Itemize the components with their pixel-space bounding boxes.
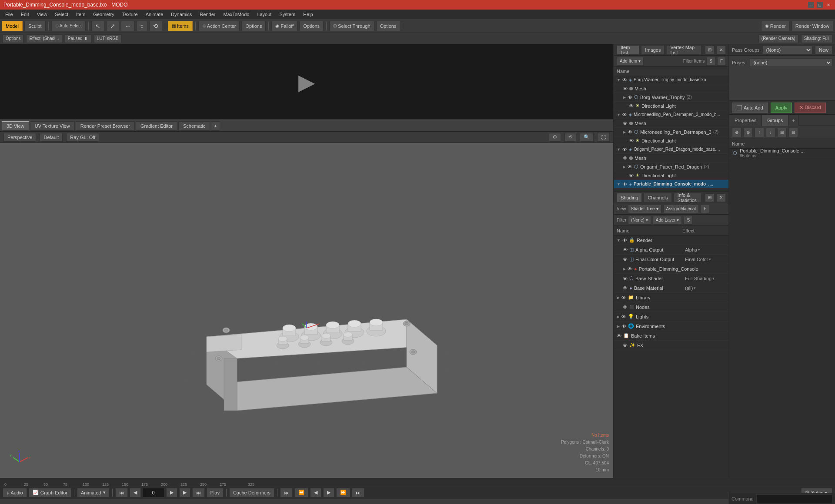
shading-tab[interactable]: Shading [617, 193, 642, 202]
play-button[interactable]: Play [207, 488, 224, 497]
item-borg-light[interactable]: 👁 ☀ Directional Light [614, 102, 728, 110]
transport-btn-5[interactable]: ⏩ [336, 488, 350, 497]
menu-dynamics[interactable]: Dynamics [167, 11, 195, 18]
shader-alpha-row[interactable]: 👁 ◫ Alpha Output Alpha ▾ [614, 245, 728, 255]
shader-lights-row[interactable]: ▶ 👁 💡 Lights [614, 312, 728, 322]
transport-btn-6[interactable]: ⏭ [352, 488, 364, 497]
audio-button[interactable]: ♪ Audio [3, 488, 27, 497]
options-sec-button[interactable]: Options [3, 34, 23, 43]
effect-button[interactable]: Effect: (Shadi... [26, 34, 62, 43]
lut-button[interactable]: LUT: sRGB [94, 34, 122, 43]
item-borg-trophy[interactable]: ▶ 👁 ⬡ Borg-Warner_Trophy (2) [614, 93, 728, 102]
images-tab[interactable]: Images [641, 45, 665, 55]
item-origami-group[interactable]: ▶ 👁 ⬡ Origami_Paper_Red_Dragon (2) [614, 162, 728, 171]
pass-groups-select[interactable]: (None) [762, 46, 812, 54]
options-button-1[interactable]: Options [241, 21, 266, 31]
transport-btn-4[interactable]: ▶ [323, 488, 334, 497]
menu-system[interactable]: System [276, 11, 299, 18]
info-statistics-tab[interactable]: Info & Statistics [674, 193, 701, 202]
transform-btn-3[interactable]: ↔ [121, 21, 135, 31]
vp-icon-btn-2[interactable]: ⟲ [564, 133, 576, 142]
shader-environments-row[interactable]: ▶ 👁 🌐 Environments [614, 322, 728, 331]
group-down-btn[interactable]: ↓ [766, 128, 775, 137]
group-add-btn[interactable]: ⊕ [732, 128, 741, 137]
menu-maxtomodo[interactable]: MaxToModo [220, 11, 253, 18]
tab-3d-view[interactable]: 3D View [2, 121, 29, 131]
expand-item-list-btn[interactable]: ⊞ [705, 46, 715, 54]
animated-button[interactable]: Animated ▾ [77, 488, 109, 497]
transform-btn-5[interactable]: ⟲ [149, 21, 162, 31]
assign-material-button[interactable]: Assign Material [663, 205, 699, 213]
menu-render[interactable]: Render [196, 11, 219, 18]
vp-icon-btn-1[interactable]: ⚙ [549, 133, 561, 142]
filter-s-btn[interactable]: S [706, 57, 715, 66]
ray-gl-button[interactable]: Ray GL: Off [66, 133, 99, 142]
group-expand-btn[interactable]: ⊞ [777, 128, 787, 137]
item-micro-light[interactable]: 👁 ☀ Directional Light [614, 136, 728, 145]
graph-editor-button[interactable]: 📈 Graph Editor [29, 488, 71, 497]
transport-btn-2[interactable]: ⏪ [294, 488, 308, 497]
shader-nodes-row[interactable]: 👁 ⬛ Nodes [614, 302, 728, 312]
shader-content[interactable]: ▼ 👁 🔒 Render 👁 ◫ Alpha Output Alpha ▾ [614, 235, 728, 478]
groups-tab[interactable]: Groups [762, 115, 788, 126]
shader-fx-row[interactable]: 👁 ✨ FX [614, 341, 728, 350]
tab-gradient-editor[interactable]: Gradient Editor [136, 121, 177, 131]
shader-base-shader-row[interactable]: 👁 ⬡ Base Shader Full Shading ▾ [614, 274, 728, 283]
menu-animate[interactable]: Animate [142, 11, 167, 18]
next-frame-btn[interactable]: ▶ [179, 488, 190, 497]
sculpt-button[interactable]: Sculpt [24, 21, 46, 31]
assign-f-shortcut[interactable]: F [701, 205, 709, 213]
render-button[interactable]: ◉ Render [761, 21, 790, 31]
minimize-button[interactable]: ─ [808, 2, 814, 8]
shader-tree-dropdown[interactable]: Shader Tree ▾ [628, 205, 661, 213]
shading-button[interactable]: Shading: Full [801, 34, 832, 43]
transport-btn-1[interactable]: ⏮ [280, 488, 293, 497]
filter-f-btn[interactable]: F [717, 57, 726, 66]
render-window-button[interactable]: Render Window [792, 21, 833, 31]
prev-frame-btn[interactable]: ◀ [130, 488, 141, 497]
vertex-map-list-tab[interactable]: Vertex Map List [666, 45, 701, 55]
filter-dropdown[interactable]: (None) ▾ [628, 216, 651, 225]
group-item-console[interactable]: ⬡ Portable_Dimming_Console.... 86 items [729, 149, 835, 158]
close-button[interactable]: ✕ [825, 2, 832, 8]
poses-select[interactable]: (none) [750, 58, 832, 67]
options-button-2[interactable]: Options [299, 21, 324, 31]
close-shader-btn[interactable]: ✕ [716, 193, 726, 202]
expand-shader-btn[interactable]: ⊞ [705, 193, 715, 202]
properties-tab[interactable]: Properties [729, 115, 762, 126]
cache-deformers-button[interactable]: Cache Deformers [229, 488, 274, 497]
item-origami-scene[interactable]: ▼ 👁 ◈ Origami_Paper_Red_Dragon_modo_base… [614, 145, 728, 154]
shader-s-shortcut[interactable]: S [684, 216, 693, 225]
maximize-button[interactable]: □ [817, 2, 823, 8]
prev-keyframe-btn[interactable]: ⏮ [115, 488, 128, 497]
group-remove-btn[interactable]: ⊖ [743, 128, 753, 137]
item-console-scene[interactable]: ▼ 👁 ◈ Portable_Dimming_Console_modo_.... [614, 180, 728, 189]
tab-uv-texture-view[interactable]: UV Texture View [30, 121, 75, 131]
item-micro-group[interactable]: ▶ 👁 ⬡ Microneedling_Pen_Dermapen_3 (2) [614, 128, 728, 136]
item-console-mesh[interactable]: 👁 Mesh [614, 189, 728, 191]
item-origami-mesh[interactable]: 👁 Mesh [614, 154, 728, 162]
item-list-content[interactable]: ▼ 👁 ◈ Borg-Warner_Trophy_modo_base.lxo 👁… [614, 76, 728, 191]
perspective-button[interactable]: Perspective [3, 133, 36, 142]
tab-add-button[interactable]: + [211, 121, 220, 131]
shader-console-material-row[interactable]: ▶ 👁 ● Portable_Dimming_Console [614, 264, 728, 274]
auto-select-button[interactable]: ⊙ Auto Select [51, 21, 86, 31]
item-list-tab[interactable]: Item List [617, 45, 639, 55]
apply-button[interactable]: Apply [771, 103, 792, 113]
shader-effect-sel[interactable]: (all) ▾ [685, 285, 728, 291]
shader-render-row[interactable]: ▼ 👁 🔒 Render [614, 235, 728, 245]
items-button[interactable]: ▦ Items [168, 21, 193, 31]
group-list-content[interactable]: ⬡ Portable_Dimming_Console.... 86 items [729, 149, 835, 478]
falloff-button[interactable]: ◉ Falloff [271, 21, 297, 31]
shader-effect-sel[interactable]: Full Shading ▾ [685, 276, 728, 281]
transform-btn-4[interactable]: ↕ [137, 21, 147, 31]
menu-select[interactable]: Select [51, 11, 72, 18]
shader-effect-sel[interactable]: Alpha ▾ [685, 247, 728, 252]
model-button[interactable]: Model [2, 21, 23, 31]
menu-edit[interactable]: Edit [17, 11, 33, 18]
menu-item[interactable]: Item [73, 11, 89, 18]
select-through-button[interactable]: ⊞ Select Through [329, 21, 374, 31]
item-micro-mesh[interactable]: 👁 Mesh [614, 119, 728, 128]
new-pass-button[interactable]: New [815, 46, 832, 54]
default-button[interactable]: Default [40, 133, 63, 142]
